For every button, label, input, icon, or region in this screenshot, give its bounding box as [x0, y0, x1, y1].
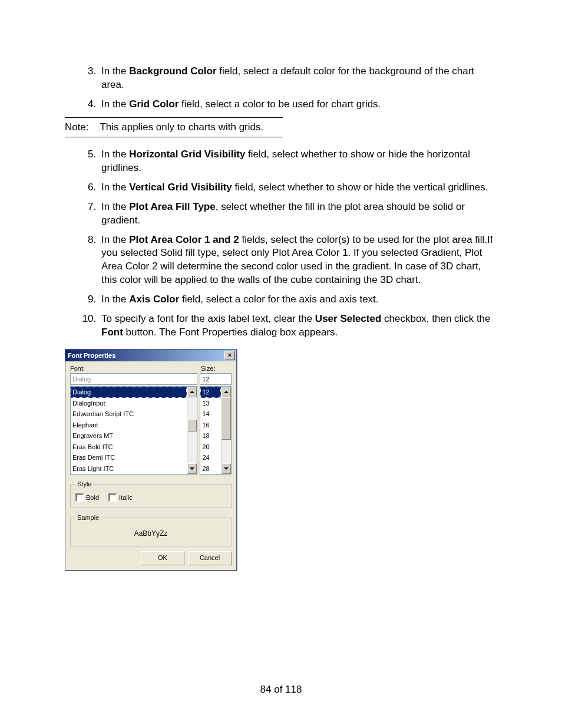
- bold-term: Axis Color: [129, 294, 179, 305]
- text: In the: [101, 149, 129, 160]
- font-properties-dialog: Font Properties × Font: Size: Dialog 12 …: [65, 349, 237, 571]
- scroll-track[interactable]: [187, 397, 197, 463]
- italic-checkbox[interactable]: Italic: [108, 493, 133, 502]
- text: checkbox, then click the: [381, 313, 490, 324]
- checkbox-label: Italic: [119, 494, 133, 501]
- text: field, select a color to be used for cha…: [178, 98, 381, 110]
- style-legend: Style: [75, 480, 93, 487]
- list-item[interactable]: 20: [200, 442, 221, 453]
- scroll-up-button[interactable]: [222, 387, 231, 397]
- checkbox-label: Bold: [86, 494, 99, 501]
- sample-fieldset: Sample AaBbYyZz: [70, 514, 232, 546]
- scroll-thumb[interactable]: [222, 397, 231, 440]
- bold-checkbox[interactable]: Bold: [75, 493, 99, 502]
- bold-term: Plot Area Color 1 and 2: [129, 234, 239, 245]
- text: field, select a color for the axis and a…: [179, 294, 378, 305]
- bold-term: Background Color: [129, 65, 216, 77]
- text: In the: [101, 65, 129, 77]
- instruction-item: In the Background Color field, select a …: [99, 65, 497, 92]
- scroll-thumb[interactable]: [187, 420, 197, 431]
- text: In the: [101, 182, 129, 193]
- instruction-item: In the Axis Color field, select a color …: [99, 293, 497, 307]
- text: In the: [101, 234, 129, 245]
- list-item[interactable]: Engravers MT: [71, 430, 187, 442]
- checkbox-box: [75, 493, 84, 502]
- checkbox-box: [108, 493, 117, 502]
- list-item[interactable]: Dialog: [71, 387, 187, 398]
- font-label: Font:: [70, 365, 201, 372]
- bold-term: Horizontal Grid Visibility: [129, 149, 245, 160]
- ok-button[interactable]: OK: [141, 551, 184, 565]
- scrollbar[interactable]: [187, 387, 197, 474]
- dialog-titlebar[interactable]: Font Properties ×: [65, 350, 236, 361]
- close-button[interactable]: ×: [224, 351, 235, 360]
- instruction-item: In the Plot Area Fill Type, select wheth…: [99, 200, 497, 228]
- note-label: Note:: [65, 121, 97, 133]
- arrow-up-icon: [190, 391, 194, 393]
- bold-term: Grid Color: [129, 98, 178, 110]
- size-label: Size:: [201, 365, 215, 372]
- instruction-item: In the Vertical Grid Visibility field, s…: [99, 181, 497, 195]
- dialog-title: Font Properties: [68, 352, 115, 359]
- page-number: 84 of 118: [0, 684, 562, 696]
- instruction-list-1: In the Background Color field, select a …: [65, 65, 497, 111]
- text: In the: [101, 98, 129, 110]
- bold-term: Vertical Grid Visibility: [129, 182, 232, 193]
- list-item[interactable]: Eras Bold ITC: [71, 442, 187, 453]
- list-item[interactable]: 16: [200, 420, 221, 431]
- list-item[interactable]: 28: [200, 463, 221, 475]
- list-item[interactable]: 18: [200, 430, 221, 442]
- scroll-up-button[interactable]: [187, 387, 197, 397]
- arrow-down-icon: [190, 467, 194, 470]
- text: In the: [101, 294, 129, 305]
- instruction-item: To specify a font for the axis label tex…: [99, 312, 497, 340]
- list-item[interactable]: 12: [200, 387, 221, 398]
- list-item[interactable]: 14: [200, 409, 221, 420]
- list-item[interactable]: Elephant: [71, 420, 187, 431]
- text: To specify a font for the axis label tex…: [101, 313, 315, 324]
- list-item[interactable]: DialogInput: [71, 398, 187, 409]
- note-box: Note: This applies only to charts with g…: [65, 117, 283, 137]
- text: field, select whether to show or hide th…: [232, 182, 488, 193]
- list-item[interactable]: Eras Light ITC: [71, 463, 187, 475]
- instruction-item: In the Grid Color field, select a color …: [99, 98, 497, 111]
- scrollbar[interactable]: [221, 387, 231, 474]
- text: button. The Font Properties dialog box a…: [123, 327, 338, 338]
- scroll-down-button[interactable]: [222, 463, 231, 474]
- list-item[interactable]: Eras Demi ITC: [71, 452, 187, 463]
- size-listbox[interactable]: 12 13 14 16 18 20 24 28: [200, 386, 232, 475]
- list-item[interactable]: Edwardian Script ITC: [71, 409, 187, 420]
- cancel-button[interactable]: Cancel: [188, 551, 232, 565]
- note-text: This applies only to charts with grids.: [100, 121, 263, 133]
- list-item[interactable]: 24: [200, 452, 221, 463]
- bold-term: User Selected: [315, 313, 381, 324]
- close-icon: ×: [228, 351, 232, 358]
- font-listbox[interactable]: Dialog DialogInput Edwardian Script ITC …: [70, 386, 197, 475]
- instruction-list-2: In the Horizontal Grid Visibility field,…: [65, 148, 497, 340]
- style-fieldset: Style Bold Italic: [70, 480, 232, 508]
- instruction-item: In the Horizontal Grid Visibility field,…: [99, 148, 497, 175]
- sample-text: AaBbYyZz: [75, 527, 226, 540]
- text: In the: [101, 201, 129, 212]
- list-item[interactable]: 13: [200, 398, 221, 409]
- scroll-down-button[interactable]: [187, 463, 197, 474]
- instruction-item: In the Plot Area Color 1 and 2 fields, s…: [99, 233, 497, 288]
- scroll-track[interactable]: [222, 397, 231, 463]
- arrow-up-icon: [224, 391, 229, 393]
- size-input[interactable]: 12: [200, 373, 232, 385]
- bold-term: Plot Area Fill Type: [129, 201, 215, 212]
- sample-legend: Sample: [75, 514, 101, 521]
- arrow-down-icon: [224, 467, 229, 470]
- font-input[interactable]: Dialog: [70, 373, 197, 385]
- bold-term: Font: [101, 327, 123, 338]
